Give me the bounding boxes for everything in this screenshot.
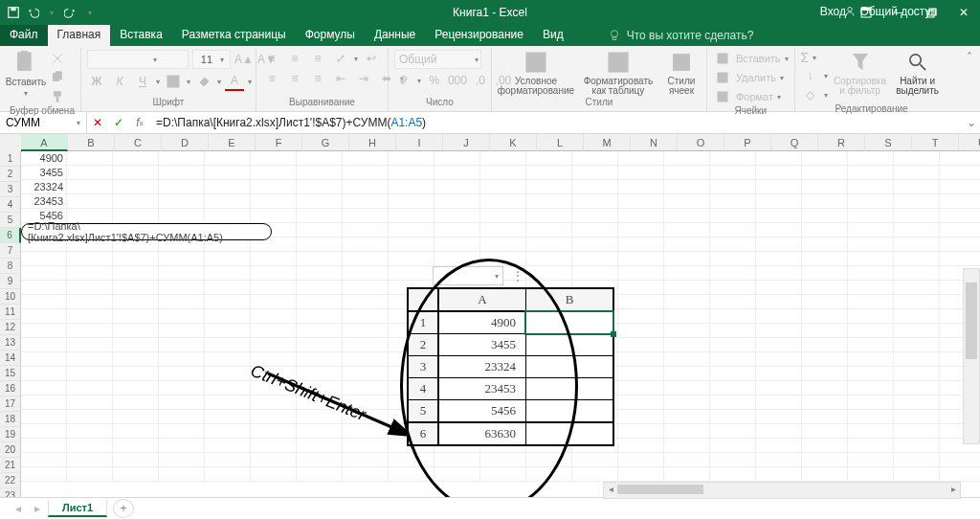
cell[interactable] [21, 367, 67, 381]
cell[interactable] [67, 194, 113, 209]
undo-icon[interactable] [25, 5, 40, 20]
cell[interactable] [710, 194, 756, 209]
cell[interactable] [618, 324, 664, 338]
column-header[interactable]: I [396, 134, 443, 151]
cell[interactable] [67, 338, 113, 352]
cell[interactable] [848, 324, 894, 338]
row-header[interactable]: 11 [0, 305, 21, 320]
column-header[interactable]: G [302, 134, 349, 151]
cell[interactable] [343, 367, 389, 381]
cell[interactable] [434, 467, 480, 482]
cell[interactable] [572, 266, 618, 281]
cell[interactable] [710, 424, 756, 439]
cell[interactable] [251, 338, 297, 352]
cell[interactable] [343, 352, 389, 367]
row-header[interactable]: 10 [0, 289, 21, 305]
cell[interactable] [572, 237, 618, 252]
cell[interactable] [251, 396, 297, 410]
cell[interactable] [297, 295, 343, 309]
cell[interactable] [756, 352, 802, 367]
row-header[interactable]: 22 [0, 473, 21, 488]
cell[interactable] [894, 151, 940, 166]
cell[interactable] [802, 453, 848, 467]
cell[interactable] [67, 367, 113, 381]
cell[interactable] [572, 252, 618, 266]
cell[interactable] [710, 381, 756, 396]
cell[interactable] [940, 166, 980, 180]
cell[interactable] [894, 453, 940, 467]
sheet-nav-next[interactable]: ▸ [29, 502, 46, 515]
row-header[interactable]: 19 [0, 427, 21, 442]
row-header[interactable]: 20 [0, 442, 21, 458]
signin-link[interactable]: Вход [820, 5, 846, 18]
cell[interactable] [664, 151, 710, 166]
cell[interactable] [159, 151, 205, 166]
find-select-button[interactable]: Найти и выделить [893, 50, 943, 96]
cell[interactable] [251, 295, 297, 309]
cell[interactable] [618, 396, 664, 410]
cell[interactable] [664, 295, 710, 309]
cell[interactable] [802, 281, 848, 295]
collapse-ribbon-icon[interactable]: ˄ [967, 51, 972, 64]
cell[interactable] [802, 252, 848, 266]
cell[interactable] [618, 237, 664, 252]
cell[interactable] [297, 194, 343, 209]
cell[interactable] [251, 266, 297, 281]
cell[interactable] [113, 151, 159, 166]
cell[interactable] [526, 194, 572, 209]
cell[interactable] [664, 266, 710, 281]
cell[interactable] [343, 180, 389, 194]
row-headers[interactable]: 1234567891011121314151617181920212223 [0, 151, 21, 497]
cell[interactable] [21, 324, 67, 338]
cell[interactable] [894, 281, 940, 295]
cell[interactable] [572, 223, 618, 237]
row-header[interactable]: 8 [0, 259, 21, 274]
cell[interactable] [113, 324, 159, 338]
cell[interactable] [297, 439, 343, 453]
cell[interactable] [297, 467, 343, 482]
cell[interactable] [251, 324, 297, 338]
cell[interactable] [480, 252, 526, 266]
cell[interactable] [940, 223, 980, 237]
cell[interactable] [848, 439, 894, 453]
cell[interactable] [710, 166, 756, 180]
cell[interactable] [297, 151, 343, 166]
cell[interactable] [297, 266, 343, 281]
cell[interactable] [67, 381, 113, 396]
enter-formula-button[interactable]: ✓ [108, 112, 129, 133]
cell[interactable] [618, 381, 664, 396]
sheet-tab-1[interactable]: Лист1 [48, 500, 107, 517]
cell[interactable] [848, 410, 894, 424]
cell[interactable] [664, 424, 710, 439]
row-header[interactable]: 7 [0, 243, 21, 259]
cell[interactable] [848, 252, 894, 266]
column-header[interactable]: M [584, 134, 631, 151]
cell[interactable] [113, 295, 159, 309]
cell[interactable] [940, 194, 980, 209]
cell[interactable] [297, 338, 343, 352]
cell[interactable] [618, 209, 664, 223]
cell[interactable] [802, 338, 848, 352]
cell[interactable] [389, 237, 434, 252]
cell[interactable] [848, 223, 894, 237]
cell[interactable] [389, 223, 434, 237]
cell[interactable] [526, 453, 572, 467]
row-header[interactable]: 12 [0, 320, 21, 335]
cell[interactable] [21, 266, 67, 281]
cell[interactable] [343, 166, 389, 180]
cell[interactable] [205, 439, 251, 453]
cell[interactable] [343, 453, 389, 467]
cell[interactable] [113, 281, 159, 295]
column-header[interactable]: Q [771, 134, 818, 151]
column-header[interactable]: C [115, 134, 162, 151]
cell[interactable] [618, 151, 664, 166]
cell[interactable] [205, 410, 251, 424]
name-box[interactable]: ▾ [0, 112, 87, 133]
cell[interactable] [343, 424, 389, 439]
cell[interactable] [389, 453, 434, 467]
minimize-button[interactable]: ─ [882, 0, 915, 25]
cell[interactable] [480, 209, 526, 223]
cell[interactable] [802, 295, 848, 309]
cell[interactable] [802, 266, 848, 281]
cell[interactable] [251, 180, 297, 194]
